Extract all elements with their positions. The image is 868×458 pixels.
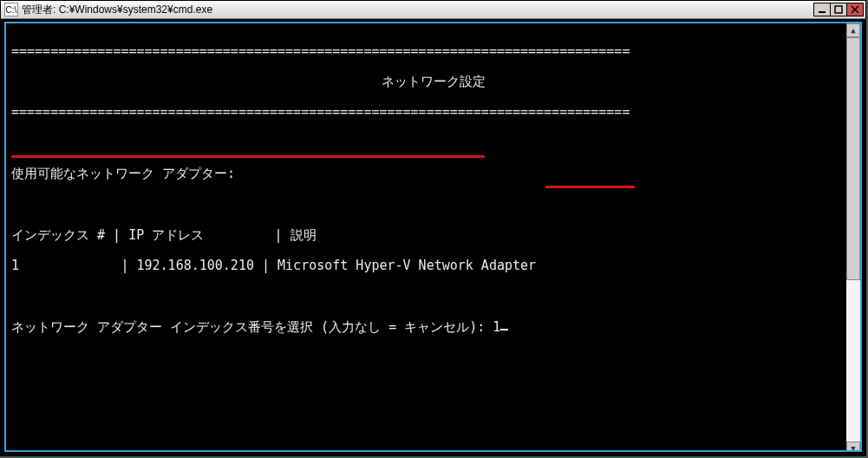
adapter-table-row: 1 | 192.168.100.210 | Microsoft Hyper-V …	[6, 258, 860, 274]
blank-line	[6, 198, 860, 213]
label-available-adapters: 使用可能なネットワーク アダプター:	[6, 167, 860, 182]
maximize-button[interactable]	[830, 3, 847, 16]
hr-line: ========================================…	[6, 44, 860, 60]
svg-rect-1	[835, 6, 842, 13]
prompt-line[interactable]: ネットワーク アダプター インデックス番号を選択 (入力なし = キャンセル):…	[6, 320, 860, 336]
text-cursor	[500, 329, 508, 330]
close-button[interactable]	[846, 3, 864, 16]
blank-line	[6, 136, 860, 152]
cmd-window: C:\ 管理者: C:¥Windows¥system32¥cmd.exe ===…	[0, 0, 866, 456]
section-title: ネットワーク設定	[6, 75, 860, 90]
window-controls	[814, 3, 864, 16]
scroll-thumb[interactable]	[846, 37, 860, 280]
console-output[interactable]: ========================================…	[6, 23, 860, 452]
prompt-input: 1	[493, 319, 500, 335]
console-frame: ========================================…	[4, 22, 862, 452]
adapter-table-header: インデックス # | IP アドレス | 説明	[6, 228, 860, 244]
minimize-button[interactable]	[813, 3, 831, 16]
highlight-underline	[11, 155, 485, 158]
vertical-scrollbar[interactable]: ▲ ▼	[846, 23, 860, 452]
window-title: 管理者: C:¥Windows¥system32¥cmd.exe	[22, 3, 814, 17]
hr-line: ========================================…	[6, 105, 860, 121]
scroll-track[interactable]	[846, 37, 860, 442]
blank-line	[6, 290, 860, 305]
maximize-icon	[834, 5, 843, 14]
cmd-icon: C:\	[4, 3, 18, 16]
highlight-underline	[545, 186, 635, 188]
scroll-down-button[interactable]: ▼	[846, 442, 860, 452]
minimize-icon	[818, 5, 826, 14]
close-icon	[851, 5, 859, 14]
title-bar[interactable]: C:\ 管理者: C:¥Windows¥system32¥cmd.exe	[1, 1, 865, 19]
prompt-text: ネットワーク アダプター インデックス番号を選択 (入力なし = キャンセル):	[11, 319, 493, 335]
scroll-up-button[interactable]: ▲	[846, 23, 860, 37]
